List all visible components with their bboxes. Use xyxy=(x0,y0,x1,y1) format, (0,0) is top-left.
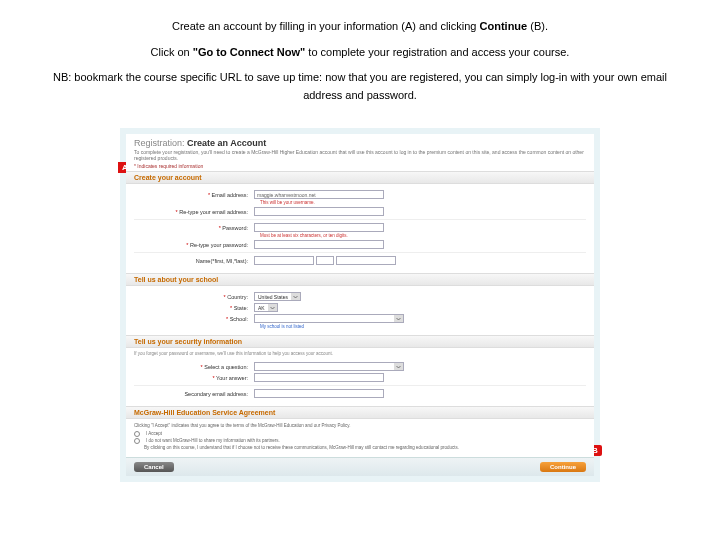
secondary-email-field[interactable] xyxy=(254,389,384,398)
instruction-line-2: Click on "Go to Connect Now" to complete… xyxy=(40,44,680,62)
question-select[interactable] xyxy=(254,362,404,371)
decline-a-label: I do not want McGraw-Hill to share my in… xyxy=(146,438,280,444)
title-main: Create an Account xyxy=(187,138,266,148)
chevron-down-icon xyxy=(394,363,403,370)
header-subtext: To complete your registration, you'll ne… xyxy=(134,149,586,161)
country-value: United States xyxy=(255,294,291,300)
required-note: * Indicates required information xyxy=(134,163,586,169)
state-value: AK xyxy=(255,305,268,311)
retype-password-field[interactable] xyxy=(254,240,384,249)
password-hint: Must be at least six characters, or ten … xyxy=(134,233,586,238)
registration-header: Registration: Create an Account To compl… xyxy=(126,134,594,171)
decline-b-label: By clicking on this course, I understand… xyxy=(144,445,459,450)
password-field[interactable] xyxy=(254,223,384,232)
text: (B). xyxy=(527,20,548,32)
retype-password-label: Re-type your password: xyxy=(190,242,248,248)
text: Create an account by filling in your inf… xyxy=(172,20,480,32)
agreement-text: Clicking "I Accept" indicates that you a… xyxy=(134,423,586,428)
state-label: State: xyxy=(234,305,248,311)
first-name-field[interactable] xyxy=(254,256,314,265)
name-label: Name(*first, MI,*last): xyxy=(196,258,248,264)
retype-email-label: Re-type your email address: xyxy=(179,209,248,215)
title-gray: Registration: xyxy=(134,138,187,148)
section-create-account: Create your account xyxy=(126,171,594,184)
section-security: Tell us your security information xyxy=(126,335,594,348)
radio-icon[interactable] xyxy=(134,431,140,437)
question-label: Select a question: xyxy=(204,364,248,370)
country-label: Country: xyxy=(227,294,248,300)
button-bar: Cancel Continue xyxy=(126,457,594,476)
school-select[interactable] xyxy=(254,314,404,323)
last-name-field[interactable] xyxy=(336,256,396,265)
accept-label: I Accept xyxy=(146,431,162,437)
text: Click on xyxy=(151,46,193,58)
password-label: Password: xyxy=(222,225,248,231)
instruction-line-1: Create an account by filling in your inf… xyxy=(40,18,680,36)
text-bold: "Go to Connect Now" xyxy=(193,46,305,58)
retype-email-field[interactable] xyxy=(254,207,384,216)
chevron-down-icon xyxy=(291,293,300,300)
chevron-down-icon xyxy=(268,304,277,311)
cancel-button[interactable]: Cancel xyxy=(134,462,174,472)
mi-field[interactable] xyxy=(316,256,334,265)
section-school: Tell us about your school xyxy=(126,273,594,286)
school-link[interactable]: My school is not listed xyxy=(134,324,586,329)
state-select[interactable]: AK xyxy=(254,303,278,312)
text-bold: Continue xyxy=(480,20,528,32)
section-agreement: McGraw-Hill Education Service Agreement xyxy=(126,406,594,419)
country-select[interactable]: United States xyxy=(254,292,301,301)
school-value xyxy=(255,316,262,322)
question-value xyxy=(255,364,262,370)
chevron-down-icon xyxy=(394,315,403,322)
text: to complete your registration and access… xyxy=(305,46,569,58)
screenshot-container: A B Registration: Create an Account To c… xyxy=(120,128,600,482)
answer-field[interactable] xyxy=(254,373,384,382)
radio-icon[interactable] xyxy=(134,438,140,444)
security-hint: If you forget your password or username,… xyxy=(126,348,594,356)
email-label: Email address: xyxy=(212,192,248,198)
email-field[interactable]: maggie.wharvestmoon.net xyxy=(254,190,384,199)
school-label: School: xyxy=(230,316,248,322)
instruction-line-3: NB: bookmark the course specific URL to … xyxy=(40,69,680,104)
continue-button[interactable]: Continue xyxy=(540,462,586,472)
secondary-email-label: Secondary email address: xyxy=(184,391,248,397)
answer-label: Your answer: xyxy=(216,375,248,381)
email-hint: This will be your username. xyxy=(134,200,586,205)
